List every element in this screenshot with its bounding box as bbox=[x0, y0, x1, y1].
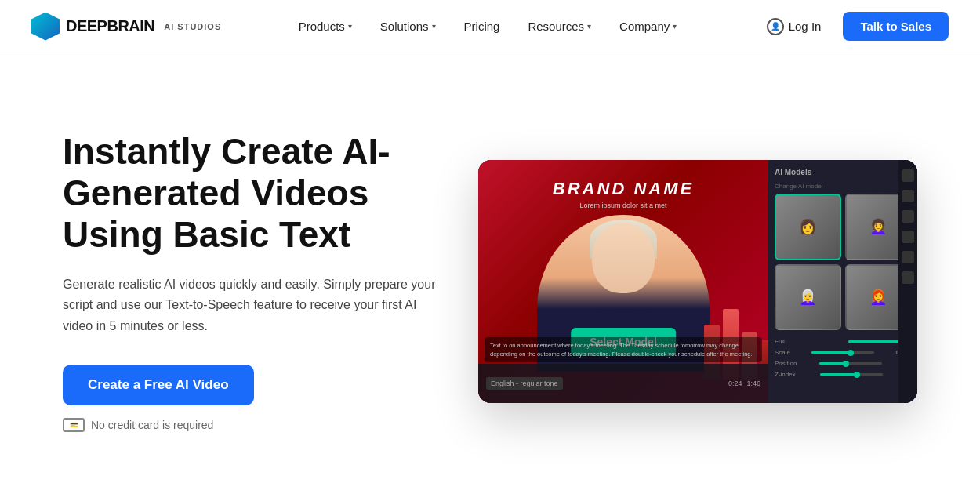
no-credit-card-notice: 💳 No credit card is required bbox=[63, 418, 470, 432]
avatar-head bbox=[592, 223, 655, 293]
demo-side-panel: AI Models Change AI model 👩 👩‍🦱 👩‍🦳 👩‍🦰 … bbox=[768, 160, 917, 403]
chevron-down-icon: ▾ bbox=[432, 22, 436, 31]
panel-model-section: Change AI model 👩 👩‍🦱 👩‍🦳 👩‍🦰 bbox=[775, 183, 911, 330]
panel-change-label: Change AI model bbox=[775, 183, 911, 190]
ctrl-full-label: Full bbox=[775, 338, 785, 345]
model-grid: 👩 👩‍🦱 👩‍🦳 👩‍🦰 bbox=[775, 194, 911, 330]
demo-video-area: BRAND NAME Lorem ipsum dolor sit a met S bbox=[478, 160, 768, 403]
panel-icon-6[interactable] bbox=[902, 271, 914, 284]
control-zindex: Z-index 0 bbox=[775, 371, 911, 378]
hero-title: Instantly Create AI-Generated Videos Usi… bbox=[63, 131, 470, 256]
demo-preview: BRAND NAME Lorem ipsum dolor sit a met S bbox=[478, 160, 917, 403]
demo-brand-sub: Lorem ipsum dolor sit a met bbox=[553, 202, 694, 209]
model-thumb-3[interactable]: 👩‍🦳 bbox=[775, 264, 841, 331]
user-icon: 👤 bbox=[767, 18, 784, 35]
talk-to-sales-button[interactable]: Talk to Sales bbox=[843, 12, 949, 41]
panel-icon-1[interactable] bbox=[902, 169, 914, 182]
logo[interactable]: DEEPBRAIN AI STUDIOS bbox=[31, 13, 221, 41]
ctrl-pos-slider[interactable] bbox=[819, 362, 882, 365]
demo-brand: BRAND NAME Lorem ipsum dolor sit a met bbox=[553, 160, 694, 209]
demo-text-overlay: Text to on announcement where today's me… bbox=[485, 337, 762, 363]
ctrl-pos-label: Position bbox=[775, 360, 797, 367]
panel-title: AI Models bbox=[775, 168, 911, 176]
nav-products[interactable]: Products ▾ bbox=[288, 13, 363, 39]
ctrl-z-slider[interactable] bbox=[820, 373, 883, 376]
nav-solutions[interactable]: Solutions ▾ bbox=[369, 13, 447, 39]
demo-bottom-bar: English - regular tone 0:24 1:46 bbox=[478, 364, 768, 403]
hero-section: Instantly Create AI-Generated Videos Usi… bbox=[0, 53, 980, 494]
brand-sub: AI STUDIOS bbox=[164, 22, 221, 31]
nav-resources[interactable]: Resources ▾ bbox=[517, 13, 602, 39]
panel-icon-2[interactable] bbox=[902, 190, 914, 202]
chevron-down-icon: ▾ bbox=[673, 22, 677, 31]
chevron-down-icon: ▾ bbox=[348, 22, 352, 31]
ctrl-scale-label: Scale bbox=[775, 349, 790, 356]
demo-body-text: Text to on announcement where today's me… bbox=[490, 341, 757, 359]
control-position: Position 34 bbox=[775, 360, 911, 367]
demo-time: 0:24 1:46 bbox=[728, 380, 760, 387]
panel-controls: Full Scale 100% Position bbox=[775, 338, 911, 378]
ctrl-z-label: Z-index bbox=[775, 371, 796, 378]
login-button[interactable]: 👤 Log In bbox=[754, 12, 834, 42]
control-full: Full bbox=[775, 338, 911, 345]
logo-icon bbox=[31, 13, 60, 41]
navigation: DEEPBRAIN AI STUDIOS Products ▾ Solution… bbox=[0, 0, 980, 53]
ctrl-scale-slider[interactable] bbox=[811, 351, 874, 354]
panel-icon-3[interactable] bbox=[902, 210, 914, 223]
panel-icon-5[interactable] bbox=[902, 251, 914, 263]
chevron-down-icon: ▾ bbox=[587, 22, 591, 31]
panel-icon-strip bbox=[898, 160, 917, 403]
hero-content: Instantly Create AI-Generated Videos Usi… bbox=[63, 131, 470, 432]
demo-brand-name: BRAND NAME bbox=[553, 179, 694, 199]
demo-language-tag: English - regular tone bbox=[486, 377, 563, 390]
brand-name: DEEPBRAIN bbox=[66, 17, 154, 35]
hero-description: Generate realistic AI videos quickly and… bbox=[63, 274, 439, 336]
panel-icon-4[interactable] bbox=[902, 231, 914, 243]
create-free-video-button[interactable]: Create a Free AI Video bbox=[63, 365, 254, 405]
nav-company[interactable]: Company ▾ bbox=[608, 13, 688, 39]
nav-pricing[interactable]: Pricing bbox=[453, 13, 511, 39]
credit-card-icon: 💳 bbox=[63, 418, 85, 432]
nav-links: Products ▾ Solutions ▾ Pricing Resources… bbox=[288, 13, 688, 39]
nav-actions: 👤 Log In Talk to Sales bbox=[754, 12, 949, 42]
control-scale: Scale 100% bbox=[775, 349, 911, 356]
model-thumb-1[interactable]: 👩 bbox=[775, 194, 841, 260]
